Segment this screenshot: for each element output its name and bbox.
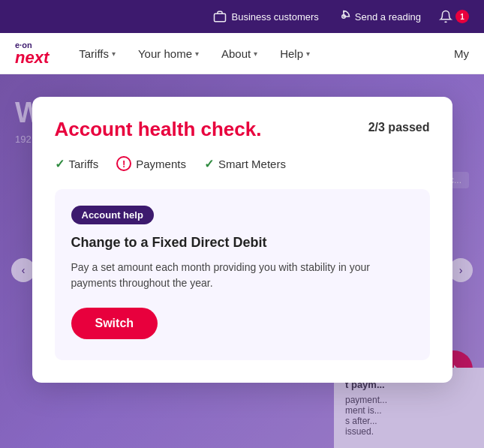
nav-bar: e·on next Tariffs ▾ Your home ▾ About ▾ … xyxy=(0,33,484,74)
logo-next-text: next xyxy=(15,50,49,66)
chevron-down-icon: ▾ xyxy=(195,50,199,58)
nav-tariffs-label: Tariffs xyxy=(79,47,109,60)
nav-about-label: About xyxy=(221,47,251,60)
nav-tariffs[interactable]: Tariffs ▾ xyxy=(79,47,116,60)
nav-your-home-label: Your home xyxy=(138,47,192,60)
nav-help[interactable]: Help ▾ xyxy=(280,47,310,60)
top-bar: Business customers Send a reading 1 xyxy=(0,0,484,33)
inner-card-title: Change to a Fixed Direct Debit xyxy=(71,235,413,251)
briefcase-icon xyxy=(213,10,227,23)
check-tariffs-label: Tariffs xyxy=(69,158,99,170)
account-help-badge: Account help xyxy=(71,206,154,224)
nav-my[interactable]: My xyxy=(454,47,469,60)
check-smart-meters: ✓ Smart Meters xyxy=(204,157,286,171)
logo[interactable]: e·on next xyxy=(15,41,49,66)
account-health-check-modal: Account health check. 2/3 passed ✓ Tarif… xyxy=(32,97,452,383)
health-checks-list: ✓ Tariffs ! Payments ✓ Smart Meters xyxy=(55,156,430,171)
chevron-down-icon: ▾ xyxy=(112,50,116,58)
check-payments: ! Payments xyxy=(116,156,186,171)
check-pass-icon-2: ✓ xyxy=(204,157,214,171)
nav-help-label: Help xyxy=(280,47,303,60)
check-tariffs: ✓ Tariffs xyxy=(55,157,99,171)
send-reading-link[interactable]: Send a reading xyxy=(337,10,421,23)
bell-icon xyxy=(439,10,452,23)
chevron-down-icon: ▾ xyxy=(306,50,310,58)
check-payments-label: Payments xyxy=(136,158,186,170)
notification-count: 1 xyxy=(455,10,469,23)
check-warning-icon: ! xyxy=(116,156,131,171)
notification-bell[interactable]: 1 xyxy=(439,10,469,23)
nav-your-home[interactable]: Your home ▾ xyxy=(138,47,199,60)
nav-my-label: My xyxy=(454,47,469,60)
business-customers-label: Business customers xyxy=(231,11,318,23)
switch-button[interactable]: Switch xyxy=(71,308,158,339)
chevron-down-icon: ▾ xyxy=(254,50,257,58)
inner-recommendation-card: Account help Change to a Fixed Direct De… xyxy=(55,189,430,360)
modal-header: Account health check. 2/3 passed xyxy=(55,118,430,141)
modal-overlay: Account health check. 2/3 passed ✓ Tarif… xyxy=(0,74,484,448)
meter-icon xyxy=(337,10,350,23)
nav-about[interactable]: About ▾ xyxy=(221,47,257,60)
check-smart-meters-label: Smart Meters xyxy=(218,158,286,170)
send-reading-label: Send a reading xyxy=(355,11,421,23)
business-customers-link[interactable]: Business customers xyxy=(213,10,318,23)
modal-passed-count: 2/3 passed xyxy=(368,121,430,134)
modal-title: Account health check. xyxy=(55,118,262,141)
check-pass-icon: ✓ xyxy=(55,157,65,171)
svg-rect-0 xyxy=(215,14,226,22)
inner-card-description: Pay a set amount each month providing yo… xyxy=(71,260,413,291)
